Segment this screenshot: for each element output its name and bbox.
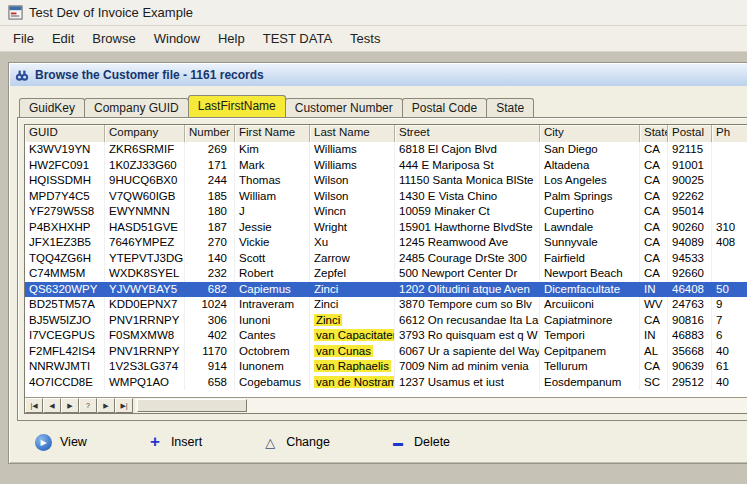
column-header-street[interactable]: Street <box>395 125 540 142</box>
column-header-company[interactable]: Company <box>105 125 185 142</box>
toolbar-button-label: Delete <box>414 435 450 449</box>
cell-state: CA <box>640 142 668 158</box>
cell-state: CA <box>640 158 668 174</box>
vcr-locate-button[interactable]: ? <box>79 398 97 413</box>
cell-first: Capiemus <box>235 282 310 298</box>
cell-company: YJVWYBAY5 <box>105 282 185 298</box>
vcr-first-button[interactable]: |◀ <box>25 398 43 413</box>
vcr-next-button[interactable]: ▶ <box>61 398 79 413</box>
cell-city: Los Angeles <box>540 173 640 189</box>
view-button[interactable]: ▶View <box>27 432 95 453</box>
vcr-last-button[interactable]: ▶| <box>115 398 133 413</box>
column-header-guid[interactable]: GUID <box>25 125 105 142</box>
vcr-down-button[interactable]: ▶ <box>97 398 115 413</box>
cell-number: 180 <box>185 204 235 220</box>
delete-button[interactable]: ▬Delete <box>382 433 458 451</box>
table-row[interactable]: C74MM5MWXDK8SYEL232RobertZepfel500 Newpo… <box>25 266 747 282</box>
customer-list[interactable]: GUIDCompanyNumberFirst NameLast NameStre… <box>24 124 747 414</box>
cell-street: 3793 Ro quisquam est q W <box>395 328 540 344</box>
cell-state: AL <box>640 344 668 360</box>
cell-first: Cogebamus <box>235 375 310 391</box>
cell-guid: P4BXHXHP <box>25 220 105 236</box>
cell-city: Altadena <box>540 158 640 174</box>
table-row[interactable]: HW2FC0911K0ZJ33G60171MarkWilliams444 E M… <box>25 158 747 174</box>
column-header-city[interactable]: City <box>540 125 640 142</box>
table-row[interactable]: HQISSDMH9HUCQ6BX0244ThomasWilson11150 Sa… <box>25 173 747 189</box>
cell-first: Thomas <box>235 173 310 189</box>
cell-number: 402 <box>185 328 235 344</box>
scrollbar-thumb[interactable] <box>137 399 247 412</box>
table-row[interactable]: 4O7ICCD8EWMPQ1AO658Cogebamusvan de Nostr… <box>25 375 747 391</box>
browse-titlebar[interactable]: Browse the Customer file - 1161 records <box>10 64 747 86</box>
cell-postal: 29512 <box>668 375 712 391</box>
app-icon[interactable] <box>8 5 23 20</box>
cell-state: CA <box>640 313 668 329</box>
table-row[interactable]: JFX1EZ3B57646YMPEZ270VickieXu1245 Reamwo… <box>25 235 747 251</box>
list-footer: |◀◀▶?▶▶| <box>25 397 747 413</box>
cell-guid: BD25TM57A <box>25 297 105 313</box>
column-header-last[interactable]: Last Name <box>310 125 395 142</box>
horizontal-scrollbar[interactable] <box>135 398 747 413</box>
table-row[interactable]: K3WV19YNZKR6SRMIF269KimWilliams6818 El C… <box>25 142 747 158</box>
tab-state[interactable]: State <box>486 98 534 117</box>
column-header-state[interactable]: State <box>640 125 668 142</box>
cell-city: Newport Beach <box>540 266 640 282</box>
cell-company: 1V2S3LG374 <box>105 359 185 375</box>
last-name-highlight-marker: van Raphaelis <box>314 360 391 372</box>
vcr-prev-button[interactable]: ◀ <box>43 398 61 413</box>
menu-item-tests[interactable]: Tests <box>341 27 389 50</box>
table-row[interactable]: P4BXHXHPHASD51GVE187JessieWright15901 Ha… <box>25 220 747 236</box>
table-row[interactable]: I7VCEGPUSF0SMXMW8402Cantesvan Capacitate… <box>25 328 747 344</box>
tab-customer-number[interactable]: Customer Number <box>285 98 403 117</box>
cell-city: Capiatminore <box>540 313 640 329</box>
cell-postal: 90260 <box>668 220 712 236</box>
tab-company-guid[interactable]: Company GUID <box>84 98 189 117</box>
column-header-postal[interactable]: Postal <box>668 125 712 142</box>
menu-item-help[interactable]: Help <box>209 27 254 50</box>
cell-guid: JFX1EZ3B5 <box>25 235 105 251</box>
cell-last: van de Nostram <box>310 375 395 391</box>
toolbar-button-label: Insert <box>171 435 202 449</box>
tab-guidkey[interactable]: GuidKey <box>19 98 85 117</box>
insert-button[interactable]: +Insert <box>139 430 210 454</box>
cell-first: Iunonem <box>235 359 310 375</box>
table-row[interactable]: QS6320WPYYJVWYBAY5682CapiemusZinci1202 O… <box>25 282 747 298</box>
tab-sheet: GUIDCompanyNumberFirst NameLast NameStre… <box>17 117 747 421</box>
cell-postal: 92660 <box>668 266 712 282</box>
table-row[interactable]: TQQ4ZG6HYTEPVTJ3DG140ScottZarrow2485 Cou… <box>25 251 747 267</box>
table-row[interactable]: MPD7Y4C5V7QW60IGB185WilliamWilson1430 E … <box>25 189 747 205</box>
cell-first: J <box>235 204 310 220</box>
cell-postal: 46408 <box>668 282 712 298</box>
cell-guid: BJ5W5IZJO <box>25 313 105 329</box>
last-name-highlight-marker: Zinci <box>314 314 342 326</box>
cell-street: 500 Newport Center Dr <box>395 266 540 282</box>
cell-number: 185 <box>185 189 235 205</box>
table-row[interactable]: F2MFL42IS4PNV1RRNPY1170Octobremvan Cunas… <box>25 344 747 360</box>
cell-postal: 24763 <box>668 297 712 313</box>
tab-lastfirstname[interactable]: LastFirstName <box>188 95 286 117</box>
table-row[interactable]: BD25TM57AKDD0EPNX71024IntraveramZinci387… <box>25 297 747 313</box>
menu-item-window[interactable]: Window <box>145 27 209 50</box>
change-button[interactable]: △Change <box>254 433 338 452</box>
cell-state: CA <box>640 189 668 205</box>
last-name-highlight-marker: van Cunas <box>314 345 373 357</box>
cell-company: KDD0EPNX7 <box>105 297 185 313</box>
table-row[interactable]: YF279W5S8EWYNMNN180JWincn10059 Minaker C… <box>25 204 747 220</box>
menu-item-edit[interactable]: Edit <box>43 27 83 50</box>
table-row[interactable]: NNRWJMTI1V2S3LG374914Iunonemvan Raphaeli… <box>25 359 747 375</box>
column-header-number[interactable]: Number <box>185 125 235 142</box>
cell-city: Dicemfacultate <box>540 282 640 298</box>
menu-item-test-data[interactable]: TEST DATA <box>254 27 341 50</box>
view-icon: ▶ <box>35 434 52 451</box>
column-header-first[interactable]: First Name <box>235 125 310 142</box>
window-titlebar: Test Dev of Invoice Example <box>0 0 747 26</box>
cell-phone: 40 <box>712 375 747 391</box>
tab-postal-code[interactable]: Postal Code <box>402 98 487 117</box>
cell-company: F0SMXMW8 <box>105 328 185 344</box>
cell-city: Tempori <box>540 328 640 344</box>
column-header-phone[interactable]: Ph <box>712 125 747 142</box>
cell-state: CA <box>640 235 668 251</box>
table-row[interactable]: BJ5W5IZJOPNV1RRNPY306IunoniZinci6612 On … <box>25 313 747 329</box>
menu-item-browse[interactable]: Browse <box>83 27 144 50</box>
menu-item-file[interactable]: File <box>4 27 43 50</box>
